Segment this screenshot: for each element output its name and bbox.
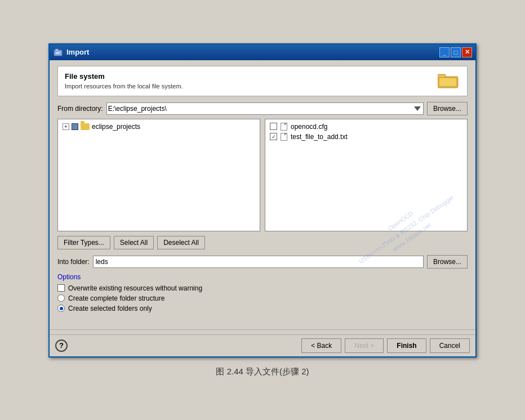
into-folder-label: Into folder: bbox=[57, 258, 90, 266]
nav-buttons: ? < Back Next > Finish Cancel bbox=[50, 334, 475, 356]
file-checkbox-test[interactable] bbox=[270, 133, 277, 140]
file-item-openocd[interactable]: openocd.cfg bbox=[268, 122, 465, 132]
file-icon-test bbox=[281, 133, 287, 141]
header-title: File system bbox=[65, 72, 183, 81]
file-checkbox-openocd[interactable] bbox=[270, 123, 277, 130]
from-directory-select[interactable]: E:\eclipse_projects\ bbox=[106, 102, 424, 115]
folder-checkbox-icon bbox=[72, 123, 78, 130]
overwrite-label: Overwrite existing resources without war… bbox=[68, 284, 202, 292]
header-section: File system Import resources from the lo… bbox=[57, 66, 468, 96]
deselect-all-button[interactable]: Deselect All bbox=[157, 236, 205, 249]
svg-rect-1 bbox=[55, 49, 59, 51]
right-pane[interactable]: openocd.cfg test_file_to_add.txt bbox=[265, 119, 468, 231]
help-button[interactable]: ? bbox=[55, 339, 68, 352]
left-pane[interactable]: + eclipse_projects bbox=[57, 119, 260, 231]
option-row-2: Create complete folder structure bbox=[57, 293, 468, 303]
cancel-button[interactable]: Cancel bbox=[430, 338, 470, 353]
nav-left: ? bbox=[55, 339, 68, 352]
complete-folder-label: Create complete folder structure bbox=[68, 294, 164, 302]
action-buttons: Filter Types... Select All Deselect All bbox=[57, 236, 468, 249]
nav-right: < Back Next > Finish Cancel bbox=[301, 338, 470, 353]
minimize-button[interactable]: _ bbox=[439, 47, 450, 57]
maximize-button[interactable]: □ bbox=[451, 47, 461, 57]
option-row-3: Create selected folders only bbox=[57, 303, 468, 314]
expand-icon[interactable]: + bbox=[63, 123, 69, 130]
title-bar: Import _ □ ✕ bbox=[50, 44, 475, 60]
from-directory-browse-button[interactable]: Browse... bbox=[427, 102, 468, 115]
overwrite-checkbox[interactable] bbox=[57, 284, 65, 292]
svg-rect-6 bbox=[439, 78, 457, 87]
selected-folders-radio[interactable] bbox=[57, 305, 65, 312]
complete-folder-radio[interactable] bbox=[57, 294, 65, 302]
window-title: Import bbox=[66, 48, 439, 56]
import-dialog: Import _ □ ✕ File system Import resource… bbox=[48, 43, 477, 358]
page-wrapper: Import _ □ ✕ File system Import resource… bbox=[0, 43, 525, 377]
finish-button[interactable]: Finish bbox=[387, 338, 426, 353]
options-title: Options bbox=[57, 273, 468, 281]
close-button[interactable]: ✕ bbox=[462, 47, 472, 57]
caption: 图 2.44 导入文件(步骤 2) bbox=[216, 367, 309, 377]
panes-container: + eclipse_projects openocd.cfg bbox=[57, 119, 468, 231]
tree-item-label: eclipse_projects bbox=[92, 123, 140, 131]
folder-icon-sm bbox=[81, 123, 90, 130]
select-all-button[interactable]: Select All bbox=[114, 236, 154, 249]
from-directory-label: From directory: bbox=[57, 105, 103, 113]
window-controls: _ □ ✕ bbox=[439, 47, 472, 57]
window-icon bbox=[53, 47, 63, 57]
folder-icon-large bbox=[438, 72, 460, 90]
into-folder-row: Into folder: Browse... bbox=[57, 255, 468, 269]
from-directory-row: From directory: E:\eclipse_projects\ Bro… bbox=[57, 102, 468, 115]
next-button[interactable]: Next > bbox=[345, 338, 384, 353]
file-label-test: test_file_to_add.txt bbox=[291, 133, 348, 141]
filter-types-button[interactable]: Filter Types... bbox=[57, 236, 110, 249]
separator bbox=[50, 329, 475, 330]
selected-folders-label: Create selected folders only bbox=[68, 305, 152, 312]
into-folder-input[interactable] bbox=[93, 256, 424, 268]
header-text: File system Import resources from the lo… bbox=[65, 72, 183, 90]
header-description: Import resources from the local file sys… bbox=[65, 83, 183, 90]
option-row-1: Overwrite existing resources without war… bbox=[57, 283, 468, 293]
file-item-test[interactable]: test_file_to_add.txt bbox=[268, 132, 465, 142]
into-folder-browse-button[interactable]: Browse... bbox=[427, 255, 468, 269]
file-icon-openocd bbox=[281, 123, 287, 131]
dialog-content: File system Import resources from the lo… bbox=[50, 60, 475, 325]
tree-item-eclipse-projects[interactable]: + eclipse_projects bbox=[60, 122, 257, 132]
options-section: Options Overwrite existing resources wit… bbox=[57, 273, 468, 314]
back-button[interactable]: < Back bbox=[301, 338, 341, 353]
file-label-openocd: openocd.cfg bbox=[291, 123, 327, 131]
